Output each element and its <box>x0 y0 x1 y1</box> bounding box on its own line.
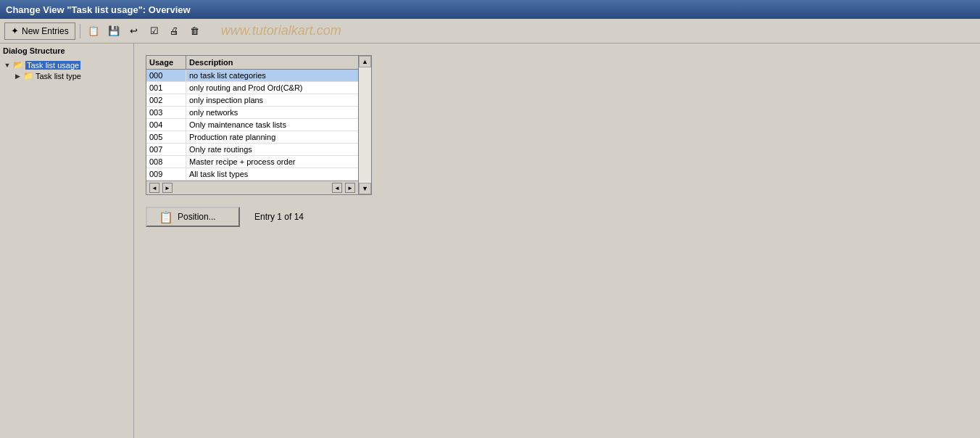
cell-usage: 001 <box>146 82 186 94</box>
content-area: Usage Description 000 no task list categ… <box>134 44 980 438</box>
copy-button[interactable]: 📋 <box>85 22 102 40</box>
table-row[interactable]: 003 only networks <box>146 107 358 119</box>
table-row[interactable]: 009 All task list types <box>146 168 358 181</box>
cell-description: Only rate routings <box>186 144 358 155</box>
table-row[interactable]: 001 only routing and Prod Ord(C&R) <box>146 82 358 94</box>
cell-description: only routing and Prod Ord(C&R) <box>186 82 358 94</box>
cell-usage: 005 <box>146 131 186 143</box>
scroll-track <box>359 67 371 183</box>
open-folder-icon: 📂 <box>13 60 23 70</box>
sidebar-item-label-task-list-usage: Task list usage <box>25 61 80 70</box>
toggle-icon-type: ▶ <box>13 72 22 80</box>
position-icon: 📋 <box>159 210 173 224</box>
sidebar-item-task-list-usage[interactable]: ▼ 📂 Task list usage <box>3 59 130 70</box>
cell-description: Only maintenance task lists <box>186 119 358 131</box>
cell-usage: 009 <box>146 168 186 180</box>
entry-info: Entry 1 of 14 <box>254 212 304 222</box>
cell-usage: 000 <box>146 70 186 81</box>
toolbar: ✦ New Entries 📋 💾 ↩ ☑ 🖨 🗑 www.tutorialka… <box>0 19 980 44</box>
new-entries-label: New Entries <box>22 26 69 36</box>
sidebar-child: ▶ 📁 Task list type <box>13 70 130 81</box>
table-header: Usage Description <box>146 56 358 70</box>
table-row[interactable]: 000 no task list categories <box>146 70 358 82</box>
scroll-left-button[interactable]: ◄ <box>149 183 159 193</box>
cell-description: only networks <box>186 107 358 118</box>
scroll-up-button[interactable]: ▲ <box>359 56 371 67</box>
print-button[interactable]: 🖨 <box>166 22 183 40</box>
cell-description: no task list categories <box>186 70 358 81</box>
scroll-right-button[interactable]: ► <box>162 183 173 193</box>
table-row[interactable]: 004 Only maintenance task lists <box>146 119 358 131</box>
print-icon: 🖨 <box>170 25 179 36</box>
cell-description: only inspection plans <box>186 94 358 106</box>
bottom-area: 📋 Position... Entry 1 of 14 <box>146 207 968 227</box>
cell-usage: 004 <box>146 119 186 131</box>
position-button-label: Position... <box>178 212 216 222</box>
table-row[interactable]: 005 Production rate planning <box>146 131 358 144</box>
cell-usage: 008 <box>146 156 186 168</box>
table-row[interactable]: 008 Master recipe + process order <box>146 156 358 168</box>
col-header-usage: Usage <box>146 56 186 69</box>
separator-1 <box>80 24 80 38</box>
cell-description: Master recipe + process order <box>186 156 358 168</box>
new-entries-button[interactable]: ✦ New Entries <box>4 22 75 40</box>
table-row[interactable]: 007 Only rate routings <box>146 144 358 156</box>
data-table: Usage Description 000 no task list categ… <box>146 55 359 195</box>
table-bottom-nav: ◄ ► ◄ ► <box>146 181 358 194</box>
scroll-down-button[interactable]: ▼ <box>359 183 371 194</box>
table-wrapper: Usage Description 000 no task list categ… <box>146 55 372 195</box>
save-icon: 💾 <box>108 25 120 36</box>
sidebar-item-task-list-type[interactable]: ▶ 📁 Task list type <box>13 70 130 81</box>
sidebar-title: Dialog Structure <box>3 46 130 55</box>
cell-usage: 003 <box>146 107 186 118</box>
position-button[interactable]: 📋 Position... <box>146 207 240 227</box>
scroll-left2-button[interactable]: ◄ <box>332 183 342 193</box>
cell-usage: 002 <box>146 94 186 106</box>
delete-button[interactable]: 🗑 <box>186 22 204 40</box>
folder-icon: 📁 <box>23 71 33 80</box>
undo-icon: ↩ <box>130 25 138 36</box>
delete-icon: 🗑 <box>190 25 199 36</box>
main-content: Dialog Structure ▼ 📂 Task list usage ▶ 📁… <box>0 44 980 438</box>
cell-description: Production rate planning <box>186 131 358 143</box>
col-header-description: Description <box>186 56 358 69</box>
title-text: Change View "Task list usage": Overview <box>6 4 191 15</box>
title-bar: Change View "Task list usage": Overview <box>0 0 980 19</box>
cell-usage: 007 <box>146 144 186 155</box>
undo-button[interactable]: ↩ <box>125 22 143 40</box>
toggle-icon: ▼ <box>3 61 12 70</box>
copy-icon: 📋 <box>88 25 99 36</box>
sidebar: Dialog Structure ▼ 📂 Task list usage ▶ 📁… <box>0 44 134 438</box>
check-button[interactable]: ☑ <box>146 22 163 40</box>
scroll-right2-button[interactable]: ► <box>345 183 355 193</box>
cell-description: All task list types <box>186 168 358 180</box>
watermark: www.tutorialkart.com <box>221 23 341 38</box>
sidebar-item-label-task-list-type: Task list type <box>36 72 81 80</box>
table-row[interactable]: 002 only inspection plans <box>146 94 358 107</box>
check-icon: ☑ <box>150 25 159 36</box>
vertical-scrollbar[interactable]: ▲ ▼ <box>359 55 372 195</box>
save-button[interactable]: 💾 <box>105 22 122 40</box>
new-entries-icon: ✦ <box>11 25 19 36</box>
